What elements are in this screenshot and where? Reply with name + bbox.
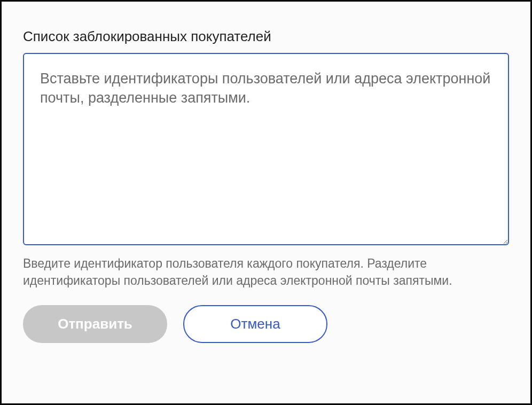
button-row: Отправить Отмена bbox=[23, 305, 509, 343]
blocked-buyers-form: Список заблокированных покупателей Введи… bbox=[23, 28, 509, 343]
cancel-button[interactable]: Отмена bbox=[183, 305, 327, 343]
help-text: Введите идентификатор пользователя каждо… bbox=[23, 255, 509, 289]
textarea-wrapper bbox=[23, 53, 509, 247]
submit-button[interactable]: Отправить bbox=[23, 305, 167, 343]
blocked-buyers-textarea[interactable] bbox=[23, 53, 509, 245]
form-label: Список заблокированных покупателей bbox=[23, 28, 509, 45]
